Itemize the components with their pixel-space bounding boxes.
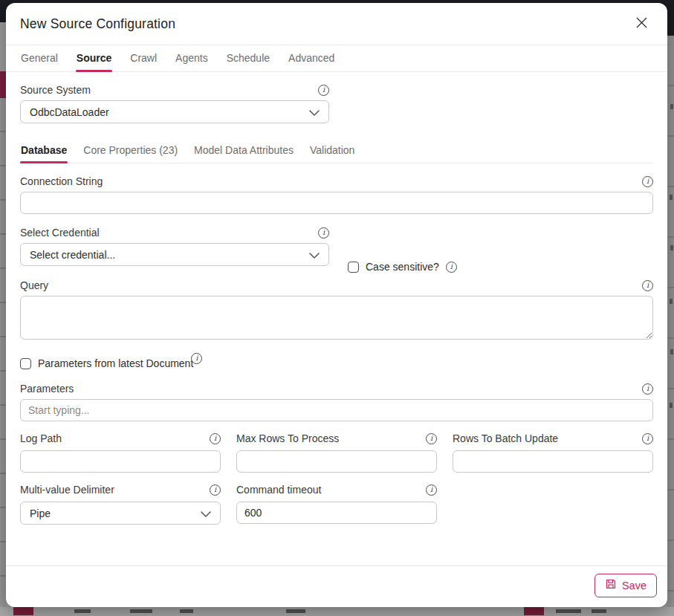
subtab-validation[interactable]: Validation — [309, 139, 355, 163]
select-credential-value: Select credential... — [30, 249, 115, 261]
info-icon[interactable]: i — [191, 353, 202, 364]
command-timeout-label: Command timeout — [236, 484, 321, 496]
connection-string-input[interactable] — [20, 192, 653, 214]
tab-agents[interactable]: Agents — [175, 45, 209, 71]
query-label-row: Query i — [20, 279, 653, 291]
multi-value-delimiter-value: Pipe — [30, 508, 51, 519]
backdrop-text-fragment — [180, 609, 193, 613]
case-sensitive-label: Case sensitive? — [366, 261, 439, 273]
credential-row: Select Credential i Select credential...… — [20, 227, 653, 266]
rows-to-batch-update-label-row: Rows To Batch Update i — [453, 432, 653, 444]
multi-value-delimiter-label-row: Multi-value Delimiter i — [20, 484, 221, 496]
tab-source[interactable]: Source — [76, 45, 112, 71]
source-system-label-row: Source System i — [20, 84, 329, 96]
log-path-group: Log Path i — [20, 432, 221, 473]
command-timeout-group: Command timeout i — [236, 484, 437, 525]
select-credential-select[interactable]: Select credential... — [20, 243, 329, 266]
backdrop-text-fragment — [286, 609, 305, 613]
multi-value-delimiter-select[interactable]: Pipe — [20, 502, 221, 525]
numeric-options-row: Log Path i Max Rows To Process i Rows To… — [20, 432, 653, 473]
select-credential-label-row: Select Credential i — [20, 227, 329, 239]
info-icon[interactable]: i — [642, 383, 653, 395]
dialog-footer: Save — [6, 565, 667, 607]
new-source-configuration-dialog: New Source Configuration General Source … — [6, 3, 667, 607]
info-icon[interactable]: i — [446, 262, 457, 273]
delimiter-timeout-row: Multi-value Delimiter i Pipe Command tim… — [20, 484, 653, 525]
save-button-label: Save — [622, 580, 647, 591]
parameters-from-latest-document-label: Parameters from latest Document — [38, 357, 193, 369]
parameters-from-latest-document-group: Parameters from latest Document i — [20, 357, 653, 369]
subtab-model-data-attributes[interactable]: Model Data Attributes — [193, 139, 294, 163]
chevron-down-icon — [309, 106, 320, 118]
backdrop-text-fragment — [670, 104, 673, 109]
backdrop-text-fragment — [670, 349, 673, 354]
source-system-select[interactable]: OdbcDataLoader — [20, 100, 329, 123]
dialog-tabbar: General Source Crawl Agents Schedule Adv… — [6, 45, 667, 72]
connection-string-label: Connection String — [20, 175, 103, 187]
dialog-title: New Source Configuration — [20, 16, 175, 32]
info-icon[interactable]: i — [210, 484, 221, 496]
backdrop-text-fragment — [670, 195, 673, 200]
save-floppy-icon — [605, 578, 617, 592]
info-icon[interactable]: i — [426, 433, 437, 444]
command-timeout-input[interactable] — [236, 502, 437, 524]
chevron-down-icon — [201, 508, 211, 519]
query-textarea[interactable] — [20, 296, 653, 340]
tab-advanced[interactable]: Advanced — [288, 45, 335, 71]
source-system-label: Source System — [20, 84, 91, 96]
case-sensitive-checkbox[interactable] — [348, 262, 359, 273]
multi-value-delimiter-label: Multi-value Delimiter — [20, 484, 114, 496]
rows-to-batch-update-input[interactable] — [453, 450, 653, 473]
log-path-input[interactable] — [20, 450, 221, 473]
info-icon[interactable]: i — [210, 433, 221, 444]
info-icon[interactable]: i — [426, 484, 437, 496]
source-system-value: OdbcDataLoader — [30, 106, 109, 118]
save-button[interactable]: Save — [594, 574, 657, 597]
multi-value-delimiter-group: Multi-value Delimiter i Pipe — [20, 484, 221, 525]
subtab-core-properties[interactable]: Core Properties (23) — [82, 139, 178, 163]
backdrop-text-fragment — [74, 609, 91, 613]
chevron-down-icon — [309, 249, 320, 261]
dialog-header: New Source Configuration — [6, 3, 667, 45]
parameters-input[interactable] — [20, 399, 653, 421]
parameters-label-row: Parameters i — [20, 383, 653, 395]
info-icon[interactable]: i — [318, 85, 329, 96]
close-button[interactable] — [632, 14, 651, 33]
tab-general[interactable]: General — [20, 45, 59, 71]
log-path-label-row: Log Path i — [20, 432, 221, 444]
backdrop-left-rows — [0, 98, 6, 607]
backdrop-right-rows — [667, 36, 674, 607]
parameters-label: Parameters — [20, 383, 74, 395]
backdrop-bottom-row — [0, 607, 674, 616]
backdrop-text-fragment — [670, 299, 673, 304]
select-credential-label: Select Credential — [20, 227, 100, 239]
dialog-content: Source System i OdbcDataLoader Database … — [6, 72, 667, 565]
empty-grid-cell — [453, 484, 653, 525]
info-icon[interactable]: i — [642, 176, 653, 187]
close-icon — [635, 16, 648, 31]
tab-schedule[interactable]: Schedule — [226, 45, 270, 71]
query-label: Query — [20, 279, 48, 291]
log-path-label: Log Path — [20, 432, 62, 444]
info-icon[interactable]: i — [642, 280, 653, 291]
backdrop-status-badge — [524, 607, 544, 615]
subtab-database[interactable]: Database — [20, 139, 68, 163]
backdrop-maroon-block — [0, 71, 6, 98]
parameters-from-latest-document-checkbox[interactable] — [20, 358, 31, 369]
backdrop-text-fragment — [670, 403, 673, 408]
case-sensitive-group: Case sensitive? i — [348, 261, 457, 273]
info-icon[interactable]: i — [642, 433, 653, 444]
backdrop-text-fragment — [556, 609, 581, 613]
source-subtabbar: Database Core Properties (23) Model Data… — [20, 139, 653, 163]
max-rows-to-process-input[interactable] — [236, 450, 437, 473]
max-rows-to-process-label-row: Max Rows To Process i — [236, 432, 437, 444]
max-rows-to-process-label: Max Rows To Process — [236, 432, 339, 444]
backdrop-status-badge — [13, 607, 33, 615]
rows-to-batch-update-group: Rows To Batch Update i — [453, 432, 653, 473]
backdrop-text-fragment — [592, 609, 606, 613]
tab-crawl[interactable]: Crawl — [129, 45, 158, 71]
backdrop-text-fragment — [130, 609, 152, 613]
backdrop-text-fragment — [670, 245, 673, 250]
command-timeout-label-row: Command timeout i — [236, 484, 437, 496]
info-icon[interactable]: i — [318, 227, 329, 239]
